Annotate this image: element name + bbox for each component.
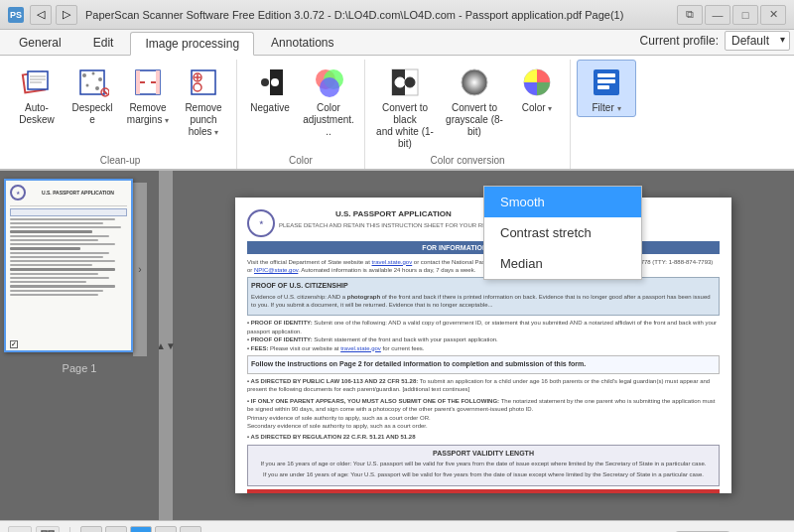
color-buttons: Negative Coloradjustment... xyxy=(243,60,358,153)
thumb-page-label: Page 1 xyxy=(63,362,97,374)
remove-margins-icon xyxy=(130,65,166,100)
titlebar: PS ◁ ▷ PaperScan Scanner Software Free E… xyxy=(0,0,794,30)
proof-citizenship-box: PROOF OF U.S. CITIZENSHIP Evidence of U.… xyxy=(247,277,720,316)
convert-grayscale-icon xyxy=(457,65,492,100)
filter-contrast-item[interactable]: Contrast stretch xyxy=(484,217,641,248)
app-icon: PS xyxy=(8,7,24,23)
color-adjustment-icon xyxy=(311,65,346,100)
remove-margins-arrow: ▾ xyxy=(165,116,169,125)
color-adjustment-label: Coloradjustment... xyxy=(303,102,354,138)
svg-point-10 xyxy=(95,86,99,90)
scroll-up-button[interactable]: ▲ ▼ xyxy=(159,171,173,520)
tab-image-processing[interactable]: Image processing xyxy=(130,32,254,56)
cleanup-group-label: Clean-up xyxy=(10,155,230,166)
thumbnail-row: ★ U.S. PASSPORT APPLICATION xyxy=(4,179,155,360)
add-page-button[interactable]: + xyxy=(8,526,32,533)
color-conversion-buttons: Convert to blackand white (1-bit) C xyxy=(371,60,564,153)
despeckle-button[interactable]: Despeckle xyxy=(66,60,119,129)
page-seal-icon: ★ xyxy=(247,209,275,237)
validity-box: PASSPORT VALIDITY LENGTH If you are 16 y… xyxy=(247,445,720,486)
forward-button[interactable]: ▷ xyxy=(56,5,77,25)
color-button[interactable]: Color ▾ xyxy=(510,60,564,117)
ribbon-group-color: Negative Coloradjustment... Color xyxy=(237,60,365,169)
remove-margins-button[interactable]: Remove margins ▾ xyxy=(121,60,175,129)
cleanup-buttons: Auto-Deskew Despeckle xyxy=(10,60,230,153)
proof-citizenship-text: Evidence of U.S. citizenship: AND a phot… xyxy=(251,293,716,310)
proof-id-section: • PROOF OF IDENTITY: Submit one of the f… xyxy=(247,319,720,352)
remove-punch-holes-label: Removepunch holes ▾ xyxy=(181,102,226,138)
ribbon-toolbar: Auto-Deskew Despeckle xyxy=(0,56,794,171)
thumb-scroll-right[interactable]: › xyxy=(133,183,147,356)
convert-bw-icon xyxy=(387,65,423,100)
auto-deskew-button[interactable]: Auto-Deskew xyxy=(10,60,64,129)
color-icon xyxy=(519,65,555,100)
negative-label: Negative xyxy=(250,102,289,114)
svg-rect-1 xyxy=(28,71,48,89)
tab-edit[interactable]: Edit xyxy=(78,31,129,55)
deskew-icon xyxy=(19,65,55,100)
regulation-text: • AS DIRECTED BY REGULATION 22 C.F.R. 51… xyxy=(247,433,720,441)
filter-median-item[interactable]: Median xyxy=(484,248,641,279)
convert-grayscale-label: Convert tograyscale (8-bit) xyxy=(445,102,504,138)
svg-rect-39 xyxy=(597,85,609,89)
maximize-button[interactable]: □ xyxy=(732,5,758,25)
svg-rect-38 xyxy=(597,79,615,83)
back-button[interactable]: ◁ xyxy=(30,5,52,25)
svg-point-8 xyxy=(98,77,102,81)
thumb-seal: ★ xyxy=(10,185,26,200)
tab-general[interactable]: General xyxy=(4,31,76,55)
convert-bw-label: Convert to blackand white (1-bit) xyxy=(375,102,435,150)
ribbon-group-filter: Filter ▾ Smooth Contrast stretch Median xyxy=(571,60,642,169)
svg-point-7 xyxy=(92,72,95,75)
play-button[interactable]: ▶ xyxy=(130,526,152,533)
first-page-button[interactable]: |◁ xyxy=(80,526,102,533)
thumbnail-page-1[interactable]: ★ U.S. PASSPORT APPLICATION xyxy=(4,179,133,352)
instructions-title: Follow the instructions on Page 2 for de… xyxy=(251,359,716,368)
ribbon-group-cleanup: Auto-Deskew Despeckle xyxy=(4,60,237,169)
thumb-title: U.S. PASSPORT APPLICATION xyxy=(29,190,127,196)
convert-bw-button[interactable]: Convert to blackand white (1-bit) xyxy=(371,60,439,153)
restore-button[interactable]: ⧉ xyxy=(677,5,703,25)
ribbon-group-color-conversion: Convert to blackand white (1-bit) C xyxy=(365,60,571,169)
filter-button[interactable]: Filter ▾ xyxy=(577,60,636,117)
tab-annotations[interactable]: Annotations xyxy=(256,31,348,55)
thumb-header-row: ★ U.S. PASSPORT APPLICATION xyxy=(6,181,131,202)
next-page-button[interactable]: ▷ xyxy=(155,526,177,533)
status-left-controls: + xyxy=(8,526,60,533)
only-one-parent: • IF ONLY ONE PARENT APPEARS, YOU MUST A… xyxy=(247,397,720,431)
proof-citizenship-title: PROOF OF U.S. CITIZENSHIP xyxy=(251,281,716,290)
color-button-label: Color ▾ xyxy=(522,102,553,114)
color-conversion-group-label: Color conversion xyxy=(371,155,564,166)
ribbon-tabs: General Edit Image processing Annotation… xyxy=(0,30,794,56)
page-navigation: |◁ ◁ ▶ ▷ ▷| 1/6 xyxy=(80,526,225,533)
punch-holes-icon xyxy=(186,65,221,100)
window-title: PaperScan Scanner Software Free Edition … xyxy=(85,9,677,21)
filter-icon xyxy=(589,65,624,100)
last-page-button[interactable]: ▷| xyxy=(180,526,201,533)
prev-page-button[interactable]: ◁ xyxy=(105,526,127,533)
svg-point-29 xyxy=(320,77,339,97)
remove-margins-label: Remove margins ▾ xyxy=(125,102,171,126)
view-button[interactable] xyxy=(36,526,60,533)
thumb-content: ★ U.S. PASSPORT APPLICATION xyxy=(6,181,131,350)
auto-deskew-label: Auto-Deskew xyxy=(14,102,60,126)
minimize-button[interactable]: — xyxy=(705,5,730,25)
punch-holes-arrow: ▾ xyxy=(214,128,218,137)
main-area: ★ U.S. PASSPORT APPLICATION xyxy=(0,171,794,520)
negative-button[interactable]: Negative xyxy=(243,60,297,117)
window-controls: ⧉ — □ ✕ xyxy=(677,5,786,25)
filter-button-label: Filter ▾ xyxy=(593,102,621,114)
close-button[interactable]: ✕ xyxy=(760,5,786,25)
convert-grayscale-button[interactable]: Convert tograyscale (8-bit) xyxy=(441,60,508,141)
profile-dropdown[interactable]: Default xyxy=(725,31,790,51)
filter-dropdown-menu: Smooth Contrast stretch Median xyxy=(483,186,642,280)
filter-smooth-item[interactable]: Smooth xyxy=(484,187,641,217)
svg-point-33 xyxy=(405,77,415,87)
svg-point-6 xyxy=(82,73,86,77)
svg-rect-15 xyxy=(156,70,160,94)
remove-punch-holes-button[interactable]: Removepunch holes ▾ xyxy=(177,60,230,141)
svg-rect-14 xyxy=(136,70,140,94)
color-adjustment-button[interactable]: Coloradjustment... xyxy=(299,60,358,141)
page-instruction: PLEASE DETACH AND RETAIN THIS INSTRUCTIO… xyxy=(279,222,508,230)
despeckle-label: Despeckle xyxy=(69,102,115,126)
